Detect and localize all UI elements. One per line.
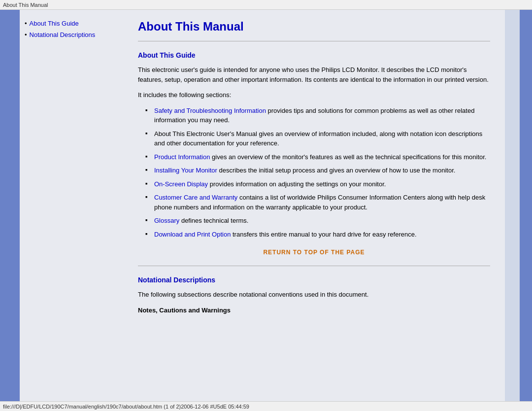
link-customer-care[interactable]: Customer Care and Warranty	[154, 194, 237, 201]
return-to-top-container: RETURN TO TOP OF THE PAGE	[138, 249, 490, 256]
link-safety[interactable]: Safety and Troubleshooting Information	[154, 107, 266, 114]
notes-cautions-warnings: Notes, Cautions and Warnings	[138, 306, 490, 315]
bullet-product-info: Product Information gives an overview of…	[145, 152, 490, 162]
section-about-guide: About This Guide This electronic user's …	[138, 51, 490, 239]
bullet-installing-text: describes the initial setup process and …	[217, 167, 455, 174]
bullet-osd-text: provides information on adjusting the se…	[208, 180, 386, 188]
link-osd[interactable]: On-Screen Display	[154, 180, 208, 188]
bullet-product-info-text: gives an overview of the monitor's featu…	[210, 153, 486, 161]
sidebar-item-about-guide: About This Guide	[25, 20, 118, 27]
sidebar-link-notational[interactable]: Notational Descriptions	[30, 31, 96, 38]
section-title-about-guide: About This Guide	[138, 51, 490, 59]
bullet-download: Download and Print Option transfers this…	[145, 230, 490, 240]
bullet-glossary-text: defines technical terms.	[179, 217, 248, 224]
return-to-top-link[interactable]: RETURN TO TOP OF THE PAGE	[263, 249, 365, 256]
main-wrapper: About This Guide Notational Descriptions…	[0, 10, 532, 401]
bullet-electronic-manual: About This Electronic User's Manual give…	[145, 129, 490, 148]
section-notational: Notational Descriptions The following su…	[138, 276, 490, 315]
sidebar-nav: About This Guide Notational Descriptions	[25, 20, 118, 38]
section-divider	[138, 266, 490, 266]
title-bar-text: About This Manual	[3, 2, 48, 8]
title-bar: About This Manual	[0, 0, 532, 10]
link-installing[interactable]: Installing Your Monitor	[154, 167, 217, 174]
about-guide-para1: This electronic user's guide is intended…	[138, 65, 490, 84]
status-bar-text: file:///D|/EDFU/LCD/190C7/manual/english…	[3, 404, 249, 410]
about-guide-para2: It includes the following sections:	[138, 90, 490, 100]
sidebar-link-about-guide[interactable]: About This Guide	[30, 20, 79, 27]
link-product-info[interactable]: Product Information	[154, 153, 210, 161]
link-download[interactable]: Download and Print Option	[154, 231, 231, 238]
bullet-download-text: transfers this entire manual to your har…	[231, 231, 416, 238]
link-glossary[interactable]: Glossary	[154, 217, 179, 224]
section-title-notational: Notational Descriptions	[138, 276, 490, 284]
bullet-customer-care: Customer Care and Warranty contains a li…	[145, 193, 490, 212]
left-accent-strip	[0, 10, 20, 401]
right-accent-strip-2	[520, 10, 532, 401]
about-guide-bullets: Safety and Troubleshooting Information p…	[138, 106, 490, 240]
sidebar-item-notational: Notational Descriptions	[25, 31, 118, 38]
right-accent-strip-1	[505, 10, 520, 401]
title-divider	[138, 41, 490, 41]
bullet-glossary: Glossary defines technical terms.	[145, 216, 490, 226]
bullet-installing: Installing Your Monitor describes the in…	[145, 166, 490, 175]
status-bar: file:///D|/EDFU/LCD/190C7/manual/english…	[0, 401, 532, 411]
bullet-osd: On-Screen Display provides information o…	[145, 179, 490, 189]
content-area: About This Manual About This Guide This …	[123, 10, 505, 401]
bullet-safety: Safety and Troubleshooting Information p…	[145, 106, 490, 125]
page-title: About This Manual	[138, 20, 490, 34]
sidebar: About This Guide Notational Descriptions	[20, 10, 123, 401]
notational-para: The following subsections describe notat…	[138, 290, 490, 300]
bullet-electronic-manual-text: About This Electronic User's Manual give…	[154, 130, 482, 147]
